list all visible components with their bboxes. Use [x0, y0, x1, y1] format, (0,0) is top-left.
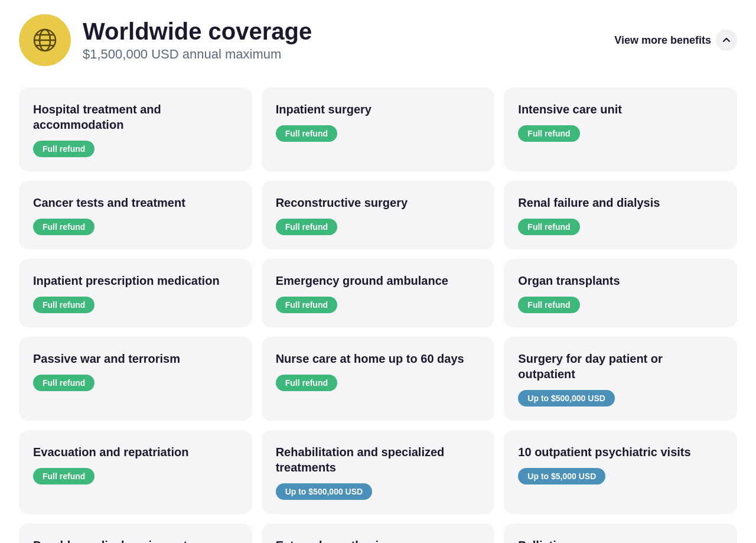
benefit-title: Inpatient prescription medication: [33, 273, 238, 288]
benefit-badge: Full refund: [33, 219, 94, 235]
globe-icon: [19, 14, 71, 66]
benefit-title: Rehabilitation and specialized treatment…: [276, 444, 481, 475]
header-text: Worldwide coverage $1,500,000 USD annual…: [83, 18, 312, 62]
benefit-badge: Full refund: [276, 297, 337, 313]
benefit-card: Hospital treatment and accommodationFull…: [19, 87, 252, 171]
benefit-title: Cancer tests and treatment: [33, 195, 238, 210]
benefit-card: Inpatient prescription medicationFull re…: [19, 259, 252, 327]
benefit-title: Intensive care unit: [518, 102, 723, 117]
benefit-card: Organ transplantsFull refund: [504, 259, 737, 327]
view-more-label: View more benefits: [614, 34, 711, 47]
benefit-title: Evacuation and repatriation: [33, 444, 238, 460]
benefit-badge: Full refund: [276, 219, 337, 235]
benefit-card: External prosthesisUp to $1,000 USD: [262, 524, 495, 543]
benefit-badge: Up to $500,000 USD: [276, 483, 373, 500]
benefit-badge: Full refund: [33, 468, 94, 485]
benefit-title: Inpatient surgery: [276, 102, 481, 117]
benefit-badge: Up to $500,000 USD: [518, 390, 615, 407]
benefit-title: Renal failure and dialysis: [518, 195, 723, 210]
benefit-badge: Full refund: [518, 219, 579, 235]
benefit-card: Emergency ground ambulanceFull refund: [262, 259, 495, 327]
benefit-card: Intensive care unitFull refund: [504, 87, 737, 171]
view-more-button[interactable]: View more benefits: [614, 30, 737, 51]
benefit-badge: Up to $5,000 USD: [518, 468, 605, 485]
benefit-badge: Full refund: [33, 297, 94, 313]
benefit-card: Palliative careUp to $50,000 USD: [504, 524, 737, 543]
page-header: Worldwide coverage $1,500,000 USD annual…: [19, 14, 737, 66]
header-left: Worldwide coverage $1,500,000 USD annual…: [19, 14, 312, 66]
benefit-title: Hospital treatment and accommodation: [33, 102, 238, 132]
benefit-card: Rehabilitation and specialized treatment…: [262, 430, 495, 514]
benefit-title: Reconstructive surgery: [276, 195, 481, 210]
benefit-badge: Full refund: [518, 125, 579, 142]
benefit-card: 10 outpatient psychiatric visitsUp to $5…: [504, 430, 737, 514]
benefit-badge: Full refund: [518, 297, 579, 313]
benefit-card: Evacuation and repatriationFull refund: [19, 430, 252, 514]
benefit-badge: Full refund: [33, 141, 94, 157]
benefit-card: Passive war and terrorismFull refund: [19, 337, 252, 421]
benefit-badge: Full refund: [276, 375, 337, 391]
benefit-card: Cancer tests and treatmentFull refund: [19, 181, 252, 249]
benefit-card: Reconstructive surgeryFull refund: [262, 181, 495, 249]
benefits-grid: Hospital treatment and accommodationFull…: [19, 87, 737, 543]
page-title: Worldwide coverage: [83, 18, 312, 44]
benefit-title: External prosthesis: [276, 538, 481, 543]
benefit-badge: Full refund: [276, 125, 337, 142]
benefit-title: Nurse care at home up to 60 days: [276, 351, 481, 366]
benefit-title: Palliative care: [518, 538, 723, 543]
benefit-title: Surgery for day patient or outpatient: [518, 351, 723, 382]
benefit-card: Durable medical equipmentUp to $1,500 US…: [19, 524, 252, 543]
benefit-title: Organ transplants: [518, 273, 723, 288]
benefit-title: 10 outpatient psychiatric visits: [518, 444, 723, 460]
benefit-title: Passive war and terrorism: [33, 351, 238, 366]
page-subtitle: $1,500,000 USD annual maximum: [83, 47, 312, 62]
benefit-card: Surgery for day patient or outpatientUp …: [504, 337, 737, 421]
benefit-title: Durable medical equipment: [33, 538, 238, 543]
benefit-card: Inpatient surgeryFull refund: [262, 87, 495, 171]
benefit-card: Renal failure and dialysisFull refund: [504, 181, 737, 249]
chevron-up-icon: [716, 30, 737, 51]
benefit-badge: Full refund: [33, 375, 94, 391]
benefit-card: Nurse care at home up to 60 daysFull ref…: [262, 337, 495, 421]
benefit-title: Emergency ground ambulance: [276, 273, 481, 288]
